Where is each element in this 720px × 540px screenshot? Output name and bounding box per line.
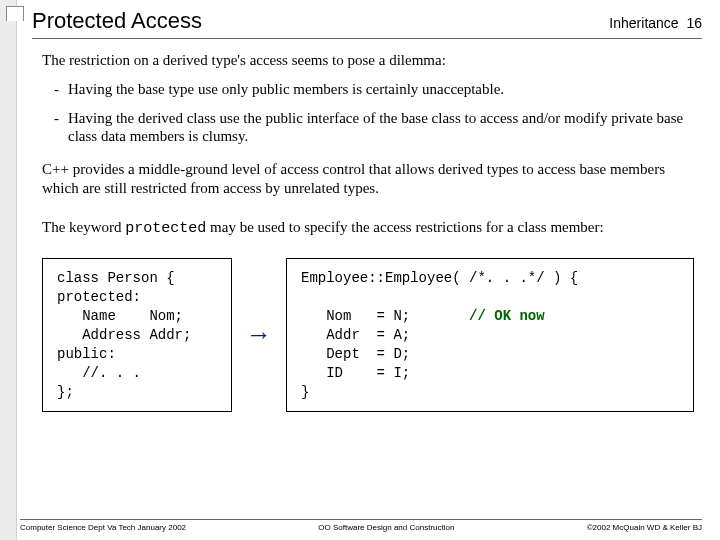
code-body-line: Nom = N; — [301, 308, 469, 324]
footer-left: Computer Science Dept Va Tech January 20… — [20, 523, 186, 532]
intro-text: The restriction on a derived type's acce… — [42, 51, 694, 70]
code-box-employee: Employee::Employee( /*. . .*/ ) { Nom = … — [286, 258, 694, 412]
code-line-1: Employee::Employee( /*. . .*/ ) { — [301, 270, 578, 286]
keyword-protected: protected — [125, 220, 206, 237]
code-box-person: class Person { protected: Name Nom; Addr… — [42, 258, 232, 412]
bullet-text: Having the base type use only public mem… — [68, 80, 504, 99]
arrow-icon: → — [246, 319, 272, 352]
page-number: 16 — [686, 15, 702, 31]
section-label: Inheritance — [609, 15, 678, 31]
slide-footer: Computer Science Dept Va Tech January 20… — [20, 519, 702, 532]
slide-header: Protected Access Inheritance 16 — [32, 8, 702, 39]
bullet-dash: - — [54, 109, 68, 147]
bullet-text: Having the derived class use the public … — [68, 109, 694, 147]
footer-center: OO Software Design and Construction — [318, 523, 454, 532]
code-area: class Person { protected: Name Nom; Addr… — [42, 258, 694, 412]
bullet-list: - Having the base type use only public m… — [42, 80, 694, 146]
para2-tail: may be used to specify the access restri… — [206, 219, 603, 235]
bullet-item: - Having the derived class use the publi… — [54, 109, 694, 147]
code-rest: Addr = A; Dept = D; ID = I; } — [301, 327, 410, 400]
slide-content: Protected Access Inheritance 16 The rest… — [0, 0, 720, 540]
bullet-dash: - — [54, 80, 68, 99]
paragraph-1: C++ provides a middle-ground level of ac… — [42, 160, 694, 198]
para2-lead: The keyword — [42, 219, 125, 235]
slide-section-page: Inheritance 16 — [609, 15, 702, 31]
paragraph-2: The keyword protected may be used to spe… — [42, 218, 694, 239]
slide-body: The restriction on a derived type's acce… — [32, 39, 702, 412]
footer-right: ©2002 McQuain WD & Keller BJ — [587, 523, 702, 532]
code-comment: // OK now — [469, 308, 545, 324]
slide-title: Protected Access — [32, 8, 202, 34]
bullet-item: - Having the base type use only public m… — [54, 80, 694, 99]
